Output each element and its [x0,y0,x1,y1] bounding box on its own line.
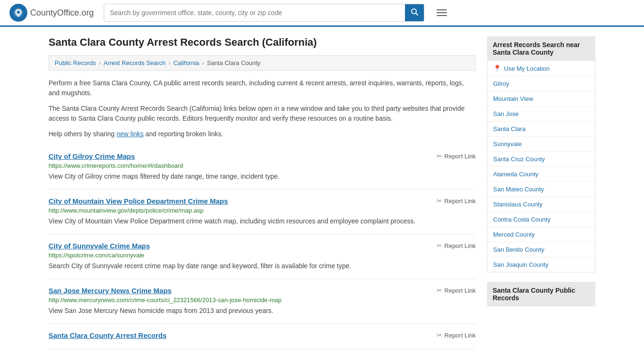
sidebar: Arrest Records Search near Santa Clara C… [487,36,595,349]
report-label: Report Link [445,153,476,160]
sidebar-link[interactable]: Merced County [493,231,535,238]
sidebar-link[interactable]: Mountain View [493,95,533,102]
result-desc: View City of Mountain View Police Depart… [49,216,476,226]
report-link-button[interactable]: ✂ Report Link [437,242,476,249]
result-desc: View San Jose Mercury News homicide maps… [49,306,476,316]
breadcrumb-sep-2: › [168,59,170,66]
report-link-button[interactable]: ✂ Report Link [437,287,476,294]
breadcrumb: Public Records › Arrest Records Search ›… [49,55,476,71]
search-button[interactable] [405,4,424,21]
result-url[interactable]: http://www.mercurynews.com/crime-courts/… [49,296,476,304]
sidebar-section2-heading: Santa Clara County Public Records [487,282,595,306]
result-title[interactable]: Santa Clara County Arrest Records [49,331,166,339]
sidebar-link[interactable]: Sunnyvale [493,140,522,148]
menu-button[interactable] [434,7,450,19]
new-links-link[interactable]: new links [116,130,144,138]
sidebar-use-location[interactable]: 📍 Use My Location [487,61,595,76]
report-label: Report Link [445,242,476,249]
hamburger-icon [437,9,447,16]
report-link-button[interactable]: ✂ Report Link [437,152,476,160]
sidebar-link[interactable]: San Joaquin County [493,261,548,268]
sidebar-link[interactable]: Contra Costa County [493,216,550,223]
result-header: City of Sunnyvale Crime Maps✂ Report Lin… [49,242,476,250]
sidebar-link[interactable]: San Mateo County [493,186,544,193]
desc3-suffix: and reporting broken links. [144,130,223,138]
result-card: City of Gilroy Crime Maps✂ Report Linkht… [49,145,476,189]
sidebar-item: Sunnyvale [487,137,595,152]
header: CountyOffice.org [0,0,644,27]
sidebar-links-container: GilroyMountain ViewSan JoseSanta ClaraSu… [487,76,595,272]
sidebar-item: San Benito County [487,242,595,257]
breadcrumb-public-records[interactable]: Public Records [55,59,96,66]
report-link-button[interactable]: ✂ Report Link [437,197,476,205]
result-header: San Jose Mercury News Crime Maps✂ Report… [49,287,476,295]
sidebar-public-records-section: Santa Clara County Public Records [487,282,595,306]
logo-text: CountyOffice.org [30,8,94,18]
report-icon: ✂ [437,242,442,249]
svg-point-1 [17,11,20,14]
sidebar-link[interactable]: Alameda County [493,171,538,178]
description-1: Perform a free Santa Clara County, CA pu… [49,78,476,98]
result-desc: Search City of Sunnyvale recent crime ma… [49,261,476,271]
sidebar-nearby-section: Arrest Records Search near Santa Clara C… [487,36,595,272]
report-icon: ✂ [437,197,442,205]
sidebar-heading: Arrest Records Search near Santa Clara C… [487,36,595,61]
breadcrumb-arrest-records[interactable]: Arrest Records Search [104,59,166,66]
sidebar-item: Mountain View [487,91,595,107]
search-bar [104,4,424,22]
sidebar-list: 📍 Use My Location GilroyMountain ViewSan… [487,61,595,272]
result-header: City of Mountain View Police Department … [49,197,476,205]
result-desc: View City of Gilroy crime maps filtered … [49,172,476,181]
result-url[interactable]: https://spotcrime.com/ca/sunnyvale [49,252,476,259]
sidebar-item: Contra Costa County [487,212,595,227]
breadcrumb-sep-3: › [202,59,204,66]
logo-icon [9,4,27,22]
result-card: San Jose Mercury News Crime Maps✂ Report… [49,279,476,324]
description-2: The Santa Clara County Arrest Records Se… [49,104,476,123]
sidebar-item: San Jose [487,107,595,122]
pin-icon: 📍 [493,65,501,72]
result-url[interactable]: https://www.crimereports.com/home/#l/das… [49,162,476,169]
report-icon: ✂ [437,287,442,294]
sidebar-link[interactable]: San Jose [493,110,519,117]
results-list: City of Gilroy Crime Maps✂ Report Linkht… [49,145,476,349]
report-icon: ✂ [437,331,442,339]
breadcrumb-california[interactable]: California [173,59,199,66]
search-icon [411,8,418,16]
sidebar-link[interactable]: Santa Clara [493,125,526,132]
content-area: Santa Clara County Arrest Records Search… [49,36,476,349]
result-card: City of Sunnyvale Crime Maps✂ Report Lin… [49,234,476,279]
search-input[interactable] [104,5,405,20]
result-header: City of Gilroy Crime Maps✂ Report Link [49,152,476,160]
sidebar-item: Santa Clara [487,122,595,137]
sidebar-item: San Joaquin County [487,257,595,272]
description-3: Help others by sharing new links and rep… [49,129,476,139]
main-content: Santa Clara County Arrest Records Search… [39,27,605,362]
report-label: Report Link [445,332,476,339]
report-label: Report Link [445,197,476,205]
report-icon: ✂ [437,152,442,160]
sidebar-link[interactable]: Santa Cruz County [493,156,545,163]
use-my-location-link[interactable]: Use My Location [504,65,550,72]
sidebar-item: Alameda County [487,167,595,182]
sidebar-link[interactable]: Stanislaus County [493,201,543,208]
breadcrumb-sep-1: › [99,59,100,66]
sidebar-link[interactable]: San Benito County [493,246,544,253]
page-title: Santa Clara County Arrest Records Search… [49,36,476,49]
logo-brand: CountyOffice [30,8,79,17]
report-link-button[interactable]: ✂ Report Link [437,331,476,339]
report-label: Report Link [445,287,476,294]
result-title[interactable]: City of Sunnyvale Crime Maps [49,242,150,250]
result-title[interactable]: City of Mountain View Police Department … [49,197,228,205]
sidebar-item: San Mateo County [487,182,595,197]
breadcrumb-current: Santa Clara County [207,59,260,66]
logo-suffix: .org [79,8,94,17]
result-title[interactable]: City of Gilroy Crime Maps [49,152,135,160]
result-header: Santa Clara County Arrest Records✂ Repor… [49,331,476,339]
result-card: Santa Clara County Arrest Records✂ Repor… [49,324,476,349]
sidebar-link[interactable]: Gilroy [493,80,509,87]
sidebar-item: Santa Cruz County [487,152,595,167]
result-title[interactable]: San Jose Mercury News Crime Maps [49,287,172,295]
result-url[interactable]: http://www.mountainview.gov/depts/police… [49,207,476,214]
logo[interactable]: CountyOffice.org [9,4,94,22]
